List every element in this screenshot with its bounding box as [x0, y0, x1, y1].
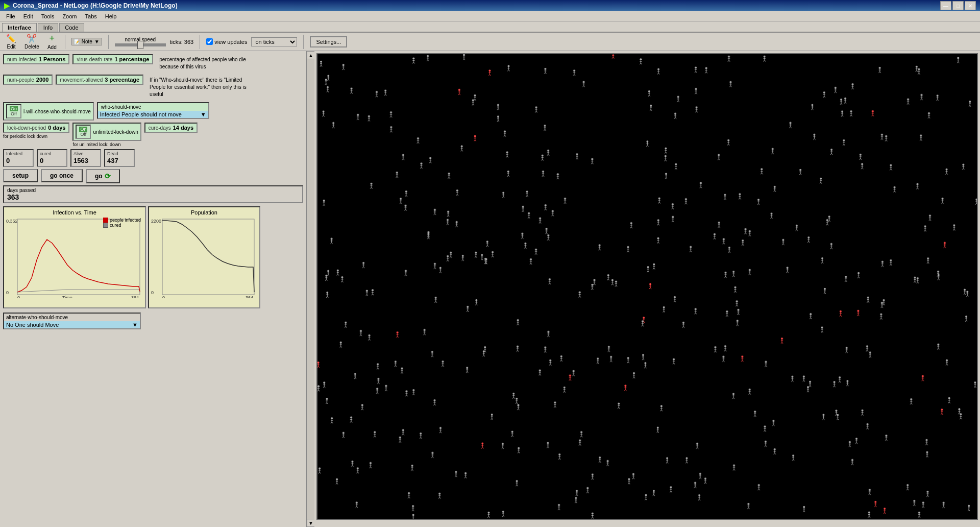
switch-off[interactable]: Off: [10, 111, 18, 116]
who-should-move-value: Infected People should not move: [100, 111, 201, 117]
svg-text:0: 0: [162, 295, 165, 298]
alternate-container: alternate-who-should-move No One should …: [3, 313, 141, 329]
tab-interface[interactable]: Interface: [2, 23, 37, 32]
monitors-row: Infected 0 cured 0 Alive 1563 Dead 437: [3, 149, 303, 167]
infected-monitor: Infected 0: [3, 149, 34, 167]
main-content: num-infected 1 Persons virus-death-rate …: [0, 51, 980, 527]
menu-bar: File Edit Tools Zoom Tabs Help: [0, 11, 980, 21]
edit-label: Edit: [7, 44, 15, 50]
tab-code[interactable]: Code: [59, 23, 84, 32]
delete-button[interactable]: ✂️ Delete: [22, 33, 41, 51]
lock-down-period-control[interactable]: lock-down-period 0 days: [3, 123, 69, 133]
go-once-button[interactable]: go once: [41, 169, 83, 182]
ticks-display: ticks: 363: [170, 39, 193, 45]
virus-death-rate-label: virus-death-rate: [77, 57, 112, 62]
svg-text:0: 0: [17, 295, 20, 298]
unlimited-note: for unlimited lock: down: [72, 142, 120, 147]
setup-button[interactable]: setup: [3, 169, 38, 182]
unlimited-switch-off[interactable]: Off: [79, 132, 87, 137]
note-label: Note: [82, 39, 92, 44]
tab-bar: Interface Info Code: [0, 21, 980, 33]
menu-zoom[interactable]: Zoom: [58, 12, 81, 20]
alive-monitor: Alive 1563: [70, 149, 101, 167]
infection-chart-title: Infection vs. Time: [6, 209, 143, 215]
on-ticks-dropdown[interactable]: on ticks continuously: [251, 37, 297, 46]
dead-monitor-label: Dead: [107, 151, 132, 156]
view-updates-checkbox[interactable]: [206, 38, 213, 45]
num-infected-label: num-infected: [7, 57, 37, 62]
num-people-control[interactable]: num-people 2000: [3, 75, 53, 85]
i-will-chose-switch[interactable]: On Off: [6, 104, 21, 118]
scroll-up[interactable]: ▲: [307, 51, 315, 59]
svg-rect-5: [17, 219, 140, 295]
legend-cured: cured: [103, 223, 141, 228]
scroll-track: [307, 59, 314, 519]
cured-monitor: cured 0: [37, 149, 67, 167]
days-passed-container: days passed 363: [3, 185, 303, 203]
tab-info[interactable]: Info: [38, 23, 58, 32]
infected-monitor-label: Infected: [6, 151, 31, 156]
legend-infected-color: [103, 218, 108, 223]
simulation-canvas: [316, 53, 978, 520]
num-people-value: 2000: [36, 77, 48, 83]
alternate-arrow[interactable]: ▼: [132, 322, 138, 328]
minimize-button[interactable]: —: [940, 1, 951, 10]
who-should-move-arrow[interactable]: ▼: [201, 111, 206, 117]
i-will-chose-label: i-will-chose-who-should-move: [23, 109, 91, 114]
speed-slider[interactable]: [115, 43, 166, 46]
cure-days-control[interactable]: cure-days 14 days: [144, 123, 198, 133]
unlimited-switch-on[interactable]: On: [79, 127, 87, 132]
lock-down-period-label: lock-down-period: [7, 125, 46, 131]
edit-button[interactable]: ✏️ Edit: [4, 33, 18, 51]
close-button[interactable]: ✕: [965, 1, 976, 10]
note-dropdown-arrow[interactable]: ▼: [94, 39, 100, 44]
sim-container: [314, 51, 980, 527]
num-infected-control[interactable]: num-infected 1 Persons: [3, 54, 69, 64]
divider-1: [65, 35, 65, 49]
row-1: num-infected 1 Persons virus-death-rate …: [3, 54, 303, 73]
add-label: Add: [47, 44, 57, 50]
unlimited-lock-down-label: unlimited-lock-down: [93, 129, 138, 135]
legend-cured-label: cured: [110, 223, 121, 228]
svg-text:0.352: 0.352: [6, 219, 18, 224]
virus-death-rate-control[interactable]: virus-death-rate 1 percentage: [72, 54, 153, 64]
menu-file[interactable]: File: [2, 12, 19, 20]
divider-3: [200, 35, 200, 49]
scrollbar[interactable]: ▲ ▼: [306, 51, 314, 527]
svg-rect-10: [162, 219, 254, 295]
periodic-note: for periodic lock down: [3, 134, 47, 139]
who-should-move-control[interactable]: who-should-move Infected People should n…: [97, 102, 209, 119]
cured-monitor-label: cured: [40, 151, 64, 156]
menu-edit[interactable]: Edit: [19, 12, 37, 20]
days-passed-value: 363: [7, 193, 299, 201]
title-bar: ▶ Corona_Spread - NetLogo (H:\Google Dri…: [0, 0, 980, 11]
scroll-down[interactable]: ▼: [307, 519, 315, 527]
divider-4: [303, 35, 304, 49]
alternate-who-should-move-control[interactable]: alternate-who-should-move No One should …: [3, 313, 141, 329]
dead-monitor: Dead 437: [104, 149, 135, 167]
alternate-label: alternate-who-should-move: [4, 314, 140, 321]
infected-monitor-value: 0: [6, 156, 31, 165]
switch-on[interactable]: On: [10, 106, 18, 111]
settings-button[interactable]: Settings...: [310, 36, 347, 47]
add-icon: +: [50, 33, 55, 44]
menu-tabs[interactable]: Tabs: [81, 12, 101, 20]
maximize-button[interactable]: □: [952, 1, 964, 10]
movement-allowed-value: 3 percentage: [105, 77, 139, 83]
menu-help[interactable]: Help: [101, 12, 121, 20]
unlimited-lock-down-switch[interactable]: On Off: [76, 125, 91, 139]
movement-allowed-control[interactable]: movement-allowed 3 percentage: [56, 75, 143, 85]
row-2: num-people 2000 movement-allowed 3 perce…: [3, 75, 303, 100]
add-button[interactable]: + Add: [45, 32, 59, 51]
legend-infected: people infected: [103, 218, 141, 223]
go-button[interactable]: go ⟳: [86, 169, 120, 183]
note-dropdown[interactable]: 📝 Note ▼: [71, 38, 102, 45]
svg-text:364: 364: [246, 295, 253, 298]
cure-days-value: 14 days: [173, 125, 193, 131]
lock-down-period-value: 0 days: [48, 125, 65, 131]
menu-tools[interactable]: Tools: [37, 12, 59, 20]
app-icon: ▶: [4, 2, 10, 10]
population-chart-title: Population: [151, 209, 257, 215]
num-infected-value: 1 Persons: [39, 56, 66, 62]
title-bar-controls[interactable]: — □ ✕: [940, 1, 976, 10]
